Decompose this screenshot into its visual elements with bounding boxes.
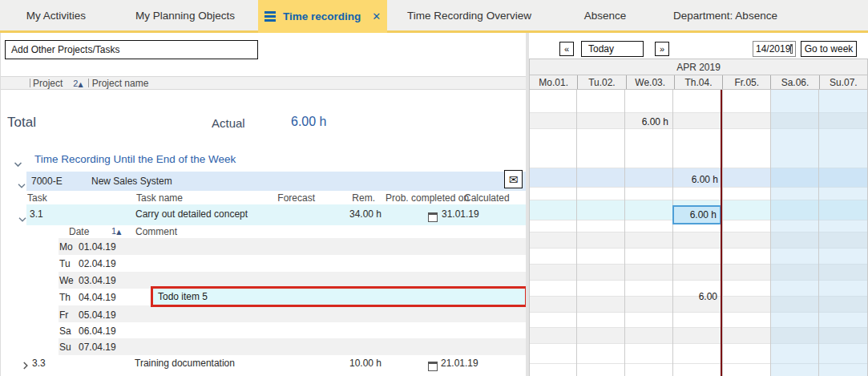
day-thursday-hours[interactable]: 6.00 (669, 291, 717, 302)
grid-row-day[interactable] (530, 313, 867, 328)
sort-indicator: 2▲ (73, 79, 83, 88)
grid-row[interactable] (530, 129, 867, 168)
project-collapse-chevron-icon[interactable] (18, 177, 26, 192)
day-column-header: Fr.05. (722, 75, 770, 89)
total-label: Total (7, 115, 36, 131)
project-thursday-hours[interactable]: 6.00 h (670, 174, 718, 185)
tab-my-planning-objects[interactable]: My Planning Objects (112, 0, 258, 30)
day-column-headers: Mo.01. Tu.02. We.03. Th.04. Fr.05. Sa.06… (529, 75, 868, 90)
task-collapse-chevron-icon[interactable] (18, 211, 26, 225)
today-marker-line (721, 90, 722, 376)
day-date: 06.04.19 (79, 325, 116, 337)
tab-time-recording[interactable]: Time recording ✕ (258, 0, 387, 33)
column-separator (88, 79, 89, 87)
column-separator (30, 79, 30, 87)
rem-column-header[interactable]: Rem. (325, 192, 375, 204)
today-button[interactable]: Today (581, 41, 644, 57)
day-row[interactable] (59, 338, 527, 355)
day-date: 01.04.19 (79, 241, 116, 253)
grid-row[interactable] (530, 90, 867, 113)
calendar-icon[interactable] (790, 44, 793, 54)
tab-label: My Planning Objects (135, 10, 235, 22)
todo-comment-cell[interactable]: Todo item 5 (151, 286, 527, 307)
total-actual-value: 6.00 h (291, 115, 326, 129)
tab-absence[interactable]: Absence (551, 0, 659, 30)
actual-label: Actual (212, 116, 245, 130)
week-grid-panel: « Today » 14/2019 Go to week APR 2019 Mo… (529, 33, 868, 376)
tab-department-absence[interactable]: Department: Absence (659, 0, 792, 30)
section-collapse-chevron-icon[interactable] (14, 156, 22, 171)
go-to-week-button[interactable]: Go to week (801, 41, 857, 57)
day-row[interactable] (59, 238, 527, 255)
sort-arrow-icon: ▲ (116, 228, 121, 236)
date-column-header[interactable]: Date (69, 226, 89, 237)
day-row[interactable] (59, 255, 527, 272)
task-id: 3.1 (30, 208, 43, 220)
calendar-icon (428, 358, 441, 373)
day-row[interactable] (59, 305, 527, 322)
day-column-header: Tu.02. (577, 75, 625, 89)
column-gridline (576, 90, 577, 376)
grid-row-day[interactable] (530, 265, 867, 281)
forecast-column-header[interactable]: Forecast (265, 192, 315, 204)
day-label: Mo (59, 241, 73, 253)
calendar-icon (428, 209, 441, 224)
column-gridline (770, 90, 771, 376)
tab-label: My Activities (26, 10, 86, 22)
project-table-header: Project 2▲ Project name (1, 76, 527, 90)
day-label: Su (59, 342, 71, 353)
column-gridline (818, 90, 819, 376)
day-label: Fr (59, 309, 68, 321)
week-input[interactable]: 14/2019 (753, 41, 796, 57)
day-row[interactable] (59, 322, 527, 339)
sort-indicator: 1▲ (111, 226, 121, 236)
add-projects-tasks-button[interactable]: Add Other Projects/Tasks (5, 40, 258, 59)
day-column-header: Mo.01. (530, 75, 577, 89)
task-end-date: 31.01.19 (442, 208, 479, 220)
grid-row-day[interactable] (530, 249, 867, 265)
prob-completed-column-header[interactable]: Prob. completed on (386, 192, 469, 204)
task-column-header[interactable]: Task (27, 192, 47, 204)
selected-task-thursday-cell[interactable]: 6.00 h (672, 205, 721, 224)
task-id: 3.3 (32, 358, 46, 369)
project-column-header[interactable]: Project (33, 78, 63, 89)
day-column-header: Su.07. (819, 75, 867, 89)
tab-my-activities[interactable]: My Activities (0, 0, 112, 30)
day-label: Sa (59, 325, 71, 337)
task-name-column-header[interactable]: Task name (136, 192, 183, 204)
week-grid-body[interactable]: 6.00 h 6.00 h 6.00 h 6.00 (529, 90, 868, 376)
grid-row-day[interactable] (530, 232, 867, 249)
grid-row[interactable] (530, 344, 867, 364)
day-date: 07.04.19 (79, 342, 116, 353)
grid-row-total[interactable] (530, 113, 867, 129)
day-label: We (59, 275, 74, 286)
tab-label: Time Recording Overview (407, 10, 531, 22)
section-title[interactable]: Time Recording Until the End of the Week (34, 153, 236, 165)
grid-row-day[interactable] (530, 328, 867, 344)
day-label: Tu (59, 258, 71, 269)
envelope-icon: ✉ (509, 174, 519, 185)
task-list-panel: Add Other Projects/Tasks Project 2▲ Proj… (0, 33, 526, 376)
day-column-header: We.03. (626, 75, 674, 89)
task-name: Training documentation (135, 358, 235, 369)
day-column-header: Sa.06. (770, 75, 818, 89)
tab-label: Time recording (283, 10, 361, 22)
project-name: New Sales System (91, 176, 172, 187)
comment-column-header[interactable]: Comment (135, 226, 177, 237)
envelope-button[interactable]: ✉ (504, 170, 523, 188)
close-icon[interactable]: ✕ (372, 10, 381, 22)
hamburger-icon[interactable] (264, 10, 276, 24)
tab-time-recording-overview[interactable]: Time Recording Overview (387, 0, 551, 30)
todo-comment-text: Todo item 5 (158, 291, 208, 302)
grid-row[interactable] (530, 188, 867, 200)
total-wednesday-hours[interactable]: 6.00 h (620, 116, 668, 127)
next-week-button[interactable]: » (655, 42, 669, 56)
task-rem-value: 34.00 h (332, 208, 382, 220)
day-date: 02.04.19 (79, 258, 116, 269)
project-id: 7000-E (31, 176, 63, 187)
tab-bar: My Activities My Planning Objects Time r… (0, 0, 868, 30)
column-gridline (624, 90, 625, 376)
task-expand-chevron-icon[interactable] (23, 358, 28, 373)
previous-week-button[interactable]: « (559, 42, 574, 56)
project-name-column-header[interactable]: Project name (92, 78, 149, 89)
